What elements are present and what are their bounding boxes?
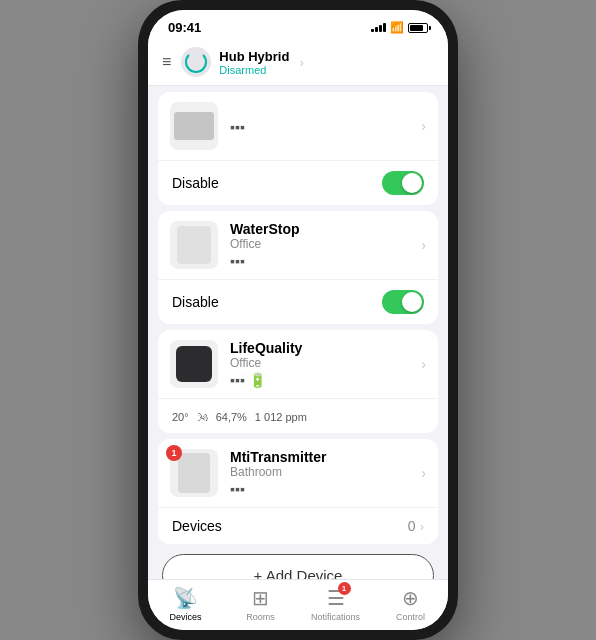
disable-row-top: Disable [158,160,438,205]
add-device-label: + Add Device [254,567,343,579]
device-name-lifequality: LifeQuality [230,340,421,356]
hub-chevron-icon: › [299,55,303,70]
device-signal-top: ▪▪▪ [230,119,421,135]
control-tab-label: Control [396,612,425,622]
device-row-waterstop[interactable]: WaterStop Office ▪▪▪ › [158,211,438,279]
tab-control[interactable]: ⊕ Control [373,586,448,622]
device-row-mtitransmitter[interactable]: 1 MtiTransmitter Bathroom ▪▪▪ › [158,439,438,507]
devices-tab-label: Devices [169,612,201,622]
sub-devices-chevron: › [420,519,424,534]
tab-rooms[interactable]: ⊞ Rooms [223,586,298,622]
hub-status: Disarmed [219,64,289,76]
device-row-top[interactable]: ▪▪▪ › [158,92,438,160]
hub-name: Hub Hybrid [219,49,289,64]
phone-frame: 09:41 📶 ≡ [138,0,458,640]
device-body-mtitransmitter: MtiTransmitter Bathroom ▪▪▪ [230,449,421,497]
hub-text: Hub Hybrid Disarmed [219,49,289,76]
extras-row-lifequality: 20° 🌬 64,7% 1 012 ppm [158,398,438,433]
sub-devices-row[interactable]: Devices 0 › [158,507,438,544]
device-room-mtitransmitter: Bathroom [230,465,421,479]
devices-list: ▪▪▪ › Disable WaterStop Office [148,86,448,579]
device-image-mtitransmitter: 1 [170,449,218,497]
sub-devices-count: 0 [408,518,416,534]
sub-devices-right: 0 › [408,518,424,534]
disable-row-waterstop: Disable [158,279,438,324]
device-row-lifequality[interactable]: LifeQuality Office ▪▪▪ 🔋 › [158,330,438,398]
device-chevron-top: › [421,118,426,134]
hub-avatar [181,47,211,77]
device-extras-lifequality: 20° 🌬 64,7% 1 012 ppm [172,411,307,423]
notifications-badge: 1 [338,582,351,595]
device-image-lifequality [170,340,218,388]
phone-screen: 09:41 📶 ≡ [148,10,448,630]
status-bar: 09:41 📶 [148,10,448,39]
status-time: 09:41 [168,20,201,35]
device-name-waterstop: WaterStop [230,221,421,237]
disable-label-waterstop: Disable [172,294,219,310]
device-card-waterstop: WaterStop Office ▪▪▪ › Disable [158,211,438,324]
menu-icon[interactable]: ≡ [162,53,171,71]
app-header: ≡ Hub Hybrid Disarmed › [148,39,448,86]
device-name-mtitransmitter: MtiTransmitter [230,449,421,465]
disable-toggle-waterstop[interactable] [382,290,424,314]
status-icons: 📶 [371,21,428,34]
wifi-icon: 📶 [390,21,404,34]
device-image-top [170,102,218,150]
humidity-value: 64,7% [216,411,247,423]
hub-info[interactable]: Hub Hybrid Disarmed › [181,47,303,77]
notification-badge: 1 [166,445,182,461]
temp-value: 20° [172,411,189,423]
tab-bar: 📡 Devices ⊞ Rooms ☰ 1 Notifications ⊕ Co… [148,579,448,630]
humidity-icon: 🌬 [197,411,208,423]
disable-toggle-top[interactable] [382,171,424,195]
device-signal-mtitransmitter: ▪▪▪ [230,481,421,497]
battery-icon [408,23,428,33]
add-device-button[interactable]: + Add Device [162,554,434,579]
tab-devices[interactable]: 📡 Devices [148,586,223,622]
devices-tab-icon: 📡 [173,586,198,610]
device-chevron-mtitransmitter: › [421,465,426,481]
device-body-waterstop: WaterStop Office ▪▪▪ [230,221,421,269]
disable-label-top: Disable [172,175,219,191]
control-tab-icon: ⊕ [402,586,419,610]
device-card-mtitransmitter: 1 MtiTransmitter Bathroom ▪▪▪ › Devices … [158,439,438,544]
notifications-badge-wrap: ☰ 1 [327,586,345,610]
ppm-value: 1 012 ppm [255,411,307,423]
rooms-tab-icon: ⊞ [252,586,269,610]
signal-icon [371,23,386,32]
device-room-lifequality: Office [230,356,421,370]
tab-notifications[interactable]: ☰ 1 Notifications [298,586,373,622]
device-signal-lifequality: ▪▪▪ 🔋 [230,372,421,388]
device-card-top: ▪▪▪ › Disable [158,92,438,205]
device-body-lifequality: LifeQuality Office ▪▪▪ 🔋 [230,340,421,388]
device-room-waterstop: Office [230,237,421,251]
device-chevron-lifequality: › [421,356,426,372]
device-card-lifequality: LifeQuality Office ▪▪▪ 🔋 › 20° 🌬 64,7% 1… [158,330,438,433]
sub-devices-label: Devices [172,518,222,534]
notifications-tab-label: Notifications [311,612,360,622]
device-signal-waterstop: ▪▪▪ [230,253,421,269]
rooms-tab-label: Rooms [246,612,275,622]
device-body-top: ▪▪▪ [230,117,421,135]
device-chevron-waterstop: › [421,237,426,253]
device-image-waterstop [170,221,218,269]
